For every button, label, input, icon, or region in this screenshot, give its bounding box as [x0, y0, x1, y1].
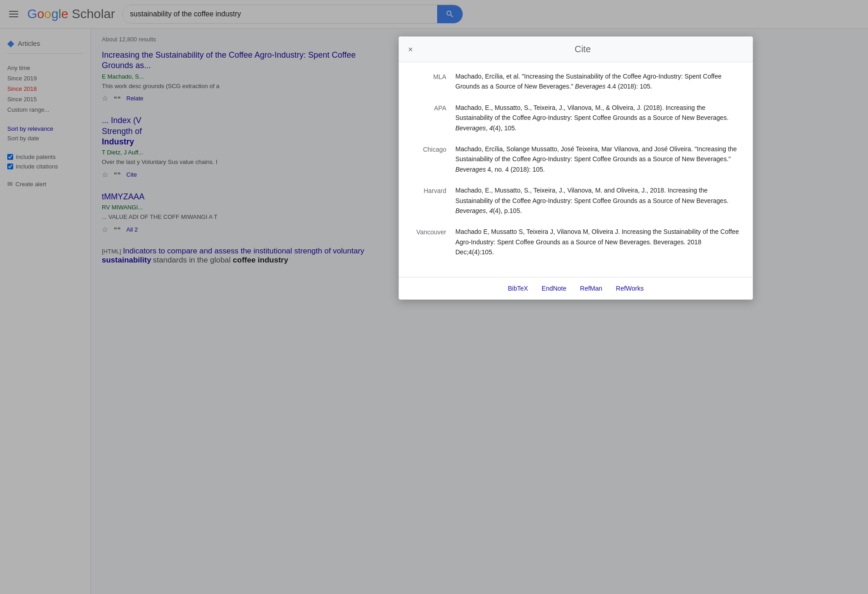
modal-body: MLA Machado, Ercília, et al. "Increasing… — [399, 62, 753, 277]
cite-row-mla: MLA Machado, Ercília, et al. "Increasing… — [410, 71, 742, 92]
cite-modal: × Cite MLA Machado, Ercília, et al. "Inc… — [399, 36, 753, 300]
modal-header: × Cite — [399, 37, 753, 62]
cite-style-harvard: Harvard — [410, 185, 446, 216]
cite-style-vancouver: Vancouver — [410, 227, 446, 257]
modal-close-button[interactable]: × — [408, 45, 413, 54]
cite-text-mla: Machado, Ercília, et al. "Increasing the… — [455, 71, 742, 92]
cite-text-chicago: Machado, Ercília, Solange Mussatto, José… — [455, 144, 742, 174]
cite-style-chicago: Chicago — [410, 144, 446, 174]
bibtex-link[interactable]: BibTeX — [508, 285, 528, 292]
cite-text-harvard: Machado, E., Mussatto, S., Teixeira, J.,… — [455, 185, 742, 216]
refworks-link[interactable]: RefWorks — [616, 285, 644, 292]
cite-text-vancouver: Machado E, Mussatto S, Teixeira J, Vilan… — [455, 227, 742, 257]
modal-title: Cite — [422, 44, 743, 54]
cite-row-vancouver: Vancouver Machado E, Mussatto S, Teixeir… — [410, 227, 742, 257]
refman-link[interactable]: RefMan — [580, 285, 602, 292]
endnote-link[interactable]: EndNote — [542, 285, 566, 292]
cite-row-apa: APA Machado, E., Mussatto, S., Teixeira,… — [410, 103, 742, 133]
cite-row-chicago: Chicago Machado, Ercília, Solange Mussat… — [410, 144, 742, 174]
cite-row-harvard: Harvard Machado, E., Mussatto, S., Teixe… — [410, 185, 742, 216]
modal-footer: BibTeX EndNote RefMan RefWorks — [399, 277, 753, 299]
cite-text-apa: Machado, E., Mussatto, S., Teixeira, J.,… — [455, 103, 742, 133]
cite-style-mla: MLA — [410, 71, 446, 92]
cite-style-apa: APA — [410, 103, 446, 133]
